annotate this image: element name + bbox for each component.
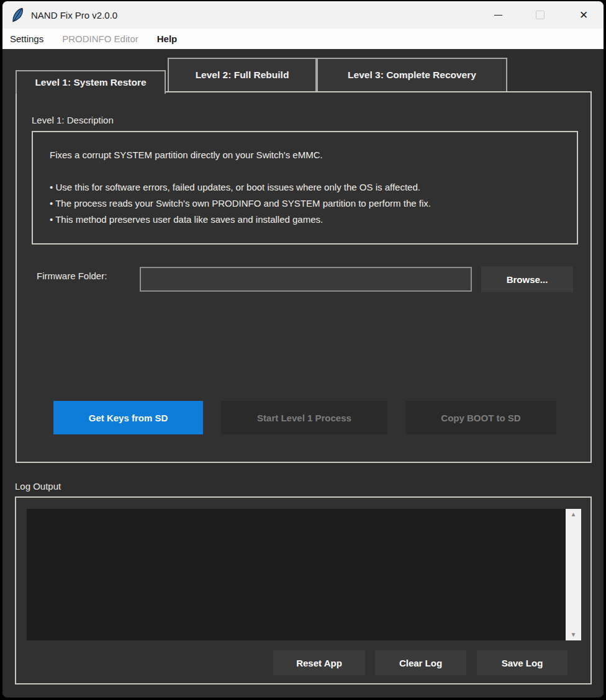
reset-app-button[interactable]: Reset App bbox=[273, 650, 365, 675]
minimize-icon bbox=[494, 15, 502, 16]
description-frame-title: Level 1: Description bbox=[32, 115, 114, 125]
description-text: Fixes a corrupt SYSTEM partition directl… bbox=[50, 147, 431, 228]
log-output-title: Log Output bbox=[15, 481, 61, 491]
scroll-down-icon[interactable]: ▼ bbox=[571, 629, 577, 640]
get-keys-button[interactable]: Get Keys from SD bbox=[53, 401, 203, 434]
menubar: Settings PRODINFO Editor Help bbox=[2, 29, 604, 49]
description-line: • The process reads your Switch's own PR… bbox=[50, 195, 431, 212]
log-output-text[interactable] bbox=[27, 509, 566, 640]
level1-tab-panel: Level 1: Description Fixes a corrupt SYS… bbox=[16, 91, 592, 463]
close-button[interactable]: ✕ bbox=[569, 1, 598, 29]
start-level1-button[interactable]: Start Level 1 Process bbox=[221, 401, 387, 434]
description-frame: Fixes a corrupt SYSTEM partition directl… bbox=[32, 131, 578, 245]
browse-button[interactable]: Browse... bbox=[481, 266, 573, 292]
tab-level-1-system-restore[interactable]: Level 1: System Restore bbox=[16, 70, 166, 94]
log-scrollbar[interactable]: ▲ ▼ bbox=[566, 509, 581, 640]
firmware-folder-label: Firmware Folder: bbox=[37, 271, 107, 281]
screen: NAND Fix Pro v2.0.0 ✕ Settings PRODINFO … bbox=[0, 0, 606, 700]
clear-log-button[interactable]: Clear Log bbox=[375, 650, 466, 675]
description-line: • Use this for software errors, failed u… bbox=[50, 179, 431, 195]
menu-help[interactable]: Help bbox=[150, 29, 184, 49]
titlebar[interactable]: NAND Fix Pro v2.0.0 ✕ bbox=[2, 1, 604, 29]
tab-level-3-complete-recovery[interactable]: Level 3: Complete Recovery bbox=[317, 58, 507, 92]
firmware-folder-input[interactable] bbox=[140, 267, 472, 292]
close-icon: ✕ bbox=[579, 10, 588, 20]
scroll-up-icon[interactable]: ▲ bbox=[571, 509, 577, 520]
menu-settings[interactable]: Settings bbox=[3, 29, 50, 49]
save-log-button[interactable]: Save Log bbox=[477, 650, 568, 675]
menu-prodinfo-editor: PRODINFO Editor bbox=[55, 29, 145, 49]
copy-boot-button[interactable]: Copy BOOT to SD bbox=[405, 401, 556, 434]
description-line bbox=[50, 163, 431, 179]
window-title: NAND Fix Pro v2.0.0 bbox=[31, 10, 117, 20]
maximize-icon bbox=[536, 11, 545, 19]
description-line: Fixes a corrupt SYSTEM partition directl… bbox=[50, 147, 431, 163]
minimize-button[interactable] bbox=[484, 1, 512, 29]
python-feather-icon bbox=[11, 7, 25, 22]
tab-level-2-full-rebuild[interactable]: Level 2: Full Rebuild bbox=[168, 58, 317, 92]
maximize-button[interactable] bbox=[526, 1, 554, 29]
app-window: NAND Fix Pro v2.0.0 ✕ Settings PRODINFO … bbox=[2, 1, 604, 698]
description-line: • This method preserves user data like s… bbox=[50, 212, 431, 228]
